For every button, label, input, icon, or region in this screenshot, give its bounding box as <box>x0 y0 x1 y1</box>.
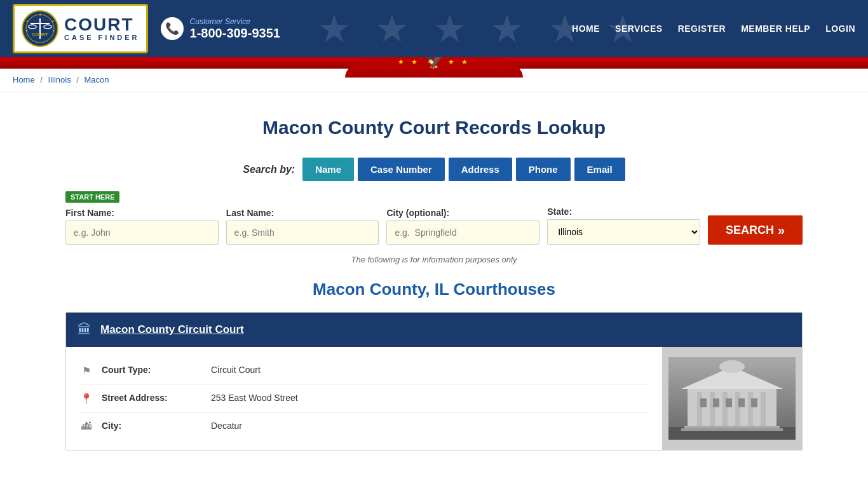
start-here-badge: START HERE <box>65 191 119 203</box>
star-bg: ★ ★ ★ ★ ★ ★ <box>317 6 646 51</box>
tab-email[interactable]: Email <box>574 158 625 181</box>
svg-rect-18 <box>722 392 728 427</box>
city-label: City (optional): <box>386 208 539 218</box>
first-name-label: First Name: <box>65 208 219 218</box>
svg-text:COURT: COURT <box>32 32 49 37</box>
header: COURT ★ ★ ★ ★ ★ COURT CASE FINDER 📞 Cust… <box>0 0 868 57</box>
search-chevrons-icon: » <box>778 223 785 238</box>
detail-city: 🏙 City: Decatur <box>79 413 649 440</box>
state-label: State: <box>547 207 700 217</box>
courthouse-image <box>662 347 802 450</box>
city-icon: 🏙 <box>79 421 94 432</box>
svg-rect-24 <box>681 428 783 431</box>
breadcrumb-macon[interactable]: Macon <box>85 75 109 85</box>
courthouses-title: Macon County, IL Courthouses <box>65 280 803 299</box>
courthouse-building-svg <box>668 357 796 440</box>
breadcrumb-sep-1: / <box>40 75 44 85</box>
svg-rect-23 <box>684 426 780 428</box>
main-content: Macon County Court Records Lookup Search… <box>53 92 815 476</box>
breadcrumb-illinois[interactable]: Illinois <box>48 75 71 85</box>
breadcrumb-sep-2: / <box>76 75 81 85</box>
logo-court-text: COURT <box>64 16 140 34</box>
arch-stripe: ★ ★ 🦅 ★ ★ <box>0 57 868 69</box>
search-fields-row: First Name: Last Name: City (optional): … <box>65 207 803 245</box>
search-button[interactable]: SEARCH » <box>708 215 803 245</box>
svg-rect-21 <box>761 392 766 427</box>
court-type-icon: ⚑ <box>79 365 94 377</box>
detail-street-address: 📍 Street Address: 253 East Wood Street <box>79 385 649 413</box>
courthouse-details: ⚑ Court Type: Circuit Court 📍 Street Add… <box>66 347 662 450</box>
courthouse-header: 🏛 Macon County Circuit Court <box>66 313 802 347</box>
svg-rect-20 <box>748 392 753 427</box>
search-form-container: START HERE First Name: Last Name: City (… <box>65 191 803 245</box>
court-type-value: Circuit Court <box>211 365 261 375</box>
stars-right: ★ ★ <box>448 58 470 66</box>
courthouse-card: 🏛 Macon County Circuit Court ⚑ Court Typ… <box>65 312 803 451</box>
logo-text: COURT CASE FINDER <box>64 16 140 41</box>
tab-address[interactable]: Address <box>449 158 512 181</box>
logo-finder-text: CASE FINDER <box>64 34 140 41</box>
address-icon: 📍 <box>79 393 94 405</box>
detail-court-type: ⚑ Court Type: Circuit Court <box>79 357 649 385</box>
tab-phone[interactable]: Phone <box>516 158 571 181</box>
street-address-label: Street Address: <box>102 393 203 403</box>
page-title: Macon County Court Records Lookup <box>65 117 803 139</box>
search-by-label: Search by: <box>243 164 295 175</box>
header-stars-bg: ★ ★ ★ ★ ★ ★ <box>222 0 741 57</box>
svg-rect-16 <box>697 392 702 427</box>
court-type-label: Court Type: <box>102 365 203 375</box>
city-group: City (optional): <box>386 208 539 245</box>
courthouse-body: ⚑ Court Type: Circuit Court 📍 Street Add… <box>66 347 802 450</box>
phone-icon: 📞 <box>161 17 184 40</box>
city-detail-value: Decatur <box>211 421 242 431</box>
first-name-group: First Name: <box>65 208 219 245</box>
svg-rect-28 <box>713 398 719 407</box>
last-name-group: Last Name: <box>226 208 379 245</box>
courthouse-building-icon: 🏛 <box>78 322 92 338</box>
stars-left: ★ ★ <box>398 58 420 66</box>
state-group: State: Illinois Alabama Alaska Arizona A… <box>547 207 700 245</box>
breadcrumb-home[interactable]: Home <box>13 75 35 85</box>
tab-case-number[interactable]: Case Number <box>358 158 445 181</box>
logo-emblem: COURT ★ ★ ★ ★ ★ <box>21 10 59 48</box>
state-select[interactable]: Illinois Alabama Alaska Arizona Arkansas… <box>547 219 700 245</box>
nav-login[interactable]: LOGIN <box>825 24 855 34</box>
svg-text:★: ★ <box>39 13 42 17</box>
svg-rect-27 <box>700 398 707 407</box>
search-button-label: SEARCH <box>726 224 774 237</box>
courthouse-name[interactable]: Macon County Circuit Court <box>100 323 244 336</box>
svg-rect-19 <box>735 392 740 427</box>
nav-member-help[interactable]: MEMBER HELP <box>741 24 810 34</box>
city-input[interactable] <box>386 220 539 245</box>
svg-rect-31 <box>751 398 757 407</box>
last-name-label: Last Name: <box>226 208 379 218</box>
logo: COURT ★ ★ ★ ★ ★ COURT CASE FINDER <box>13 4 148 53</box>
svg-rect-30 <box>738 398 745 407</box>
tab-name[interactable]: Name <box>302 158 354 181</box>
first-name-input[interactable] <box>65 220 219 245</box>
street-address-value: 253 East Wood Street <box>211 393 298 403</box>
svg-rect-26 <box>728 360 736 368</box>
info-note: The following is for information purpose… <box>65 255 803 264</box>
svg-rect-17 <box>710 392 715 427</box>
last-name-input[interactable] <box>226 220 379 245</box>
search-by-row: Search by: Name Case Number Address Phon… <box>65 158 803 181</box>
city-detail-label: City: <box>102 421 203 431</box>
svg-rect-29 <box>726 398 732 407</box>
